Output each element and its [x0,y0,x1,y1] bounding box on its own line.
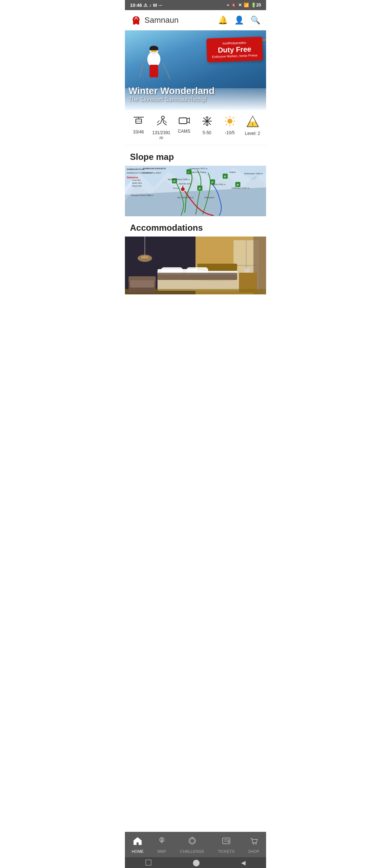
svg-point-10 [161,116,164,119]
status-time: 10:46 [130,3,142,8]
notification-bell-icon[interactable]: 🔔 [218,16,228,25]
slope-map-title: Slope map [125,145,266,166]
svg-text:Plputs 16km: Plputs 16km [132,185,142,187]
svg-text:P: P [224,175,226,178]
stat-cams[interactable]: CAMS [175,116,194,134]
header-icons: 🔔 👤 🔍 [218,16,260,25]
stat-level[interactable]: ! Level: 2 [243,116,262,136]
svg-line-31 [233,117,234,118]
svg-text:!: ! [252,123,253,127]
accommodations-image[interactable] [125,237,266,294]
logo-container: Samnaun [131,15,178,26]
bottom-spacer [125,294,266,327]
svg-text:Modul 14km: Modul 14km [132,182,142,184]
slope-map-section: Slope map P P P [125,145,266,216]
svg-text:P: P [237,183,239,187]
svg-point-53 [181,187,185,191]
svg-text:Alp Trida 2263 m: Alp Trida 2263 m [177,196,194,199]
svg-text:Samnaun: Samnaun [127,176,138,179]
stat-skier[interactable]: 131/2391m [152,116,171,141]
hero-text-block: Winter Wonderland The Skiresort Samnaun/… [129,86,215,103]
app-title: Samnaun [144,16,178,25]
svg-text:Cross: Cross [173,187,179,189]
more-dots-icon: ··· [159,3,163,8]
skier-stat-label: 131/2391m [152,130,170,141]
gondola-icon [133,116,144,127]
sun-icon [224,116,235,128]
music-icon: ♪ [149,3,152,8]
svg-text:Alptrider Sattel 2488 m: Alptrider Sattel 2488 m [168,178,190,180]
user-profile-icon[interactable]: 👤 [234,16,244,25]
svg-text:Alptrider Eck: Alptrider Eck [178,183,191,185]
svg-rect-3 [150,65,158,77]
status-left: 10:46 ⚠ ♪ M ··· [130,3,162,8]
close-icon: ✕ [238,3,242,8]
svg-line-32 [226,124,227,125]
svg-line-4 [139,59,145,77]
stats-row: 33/46 131/2391m CAMS [125,110,266,145]
skier-icon [156,116,167,128]
samnaun-logo-icon [131,15,142,26]
snowflake-stat-label: 5-50 [202,130,211,135]
duty-free-title: Duty Free [212,45,257,54]
cams-stat-label: CAMS [178,129,190,134]
accommodations-title: Accommodations [125,216,266,237]
duty-free-subtitle: Exklusive Marken, beste Preise [212,54,258,59]
svg-text:SAMNAUN PLAN: SAMNAUN PLAN [127,168,144,170]
stat-gondola[interactable]: 33/46 [129,116,148,135]
stat-temp[interactable]: -10/5 [220,116,239,135]
level-stat-label: Level: 2 [245,131,260,136]
svg-text:Idjoch 2760 m: Idjoch 2760 m [212,183,226,186]
alert-icon: ⚠ [143,3,148,8]
svg-text:P: P [199,187,201,190]
svg-line-11 [157,120,159,123]
svg-text:Bollenbach 1840 m: Bollenbach 1840 m [244,173,263,175]
status-bar: 10:46 ⚠ ♪ M ··· ⌁ 🔇 ✕ 📶 🔋20 [125,0,266,10]
svg-text:Flimspitze: Flimspitze [205,196,215,199]
hero-title: Winter Wonderland [129,86,215,96]
gondola-stat-label: 33/46 [133,129,144,135]
svg-text:Ravaischer Salaas: Ravaischer Salaas [188,171,206,173]
battery-icon: 🔋20 [251,3,261,8]
gmail-icon: M [153,3,157,8]
svg-line-29 [226,117,227,118]
svg-rect-13 [179,118,186,124]
camera-icon [178,116,190,127]
wifi-icon: 📶 [244,3,249,8]
svg-text:SAMNAUN RAVAISCH: SAMNAUN RAVAISCH [143,167,166,170]
svg-point-19 [206,120,208,122]
temp-stat-label: -10/5 [225,130,235,135]
mute-icon: 🔇 [231,3,236,8]
svg-line-12 [164,120,167,123]
slope-map-image[interactable]: P P P P P P SAMNAUN PLAN SAMNAUN RAVAISC… [125,166,266,216]
svg-point-24 [227,119,232,124]
svg-text:Hollboden 2141 m: Hollboden 2141 m [232,187,249,189]
hero-banner[interactable]: #zollfreiparadies Duty Free Exklusive Ma… [125,30,266,110]
svg-text:Hölikar: Hölikar [229,171,236,173]
svg-text:Munada Chierss 2888 m: Munada Chierss 2888 m [131,194,153,196]
hero-subtitle: The Skiresort Samnaun/Ischgl [129,96,215,103]
svg-text:SAMNAUN LARET: SAMNAUN LARET [143,172,161,174]
snowflake-icon [202,116,213,128]
slope-map-svg: P P P P P P SAMNAUN PLAN SAMNAUN RAVAISC… [125,166,266,216]
stat-snowflake[interactable]: 5-50 [198,116,216,135]
warning-level-icon: ! [247,116,259,129]
svg-text:Swiss 5km: Swiss 5km [132,179,141,181]
hotel-room-svg [125,237,266,294]
svg-rect-77 [141,256,148,258]
status-right: ⌁ 🔇 ✕ 📶 🔋20 [227,3,261,8]
search-icon[interactable]: 🔍 [251,16,260,25]
svg-text:Greitspitze 2872 m: Greitspitze 2872 m [189,167,207,170]
svg-line-5 [163,63,170,79]
app-header: Samnaun 🔔 👤 🔍 [125,10,266,30]
bluetooth-icon: ⌁ [227,3,229,8]
svg-line-30 [233,124,234,125]
duty-free-tag: #zollfreiparadies Duty Free Exklusive Ma… [206,37,263,62]
svg-rect-90 [244,268,250,273]
accommodations-section: Accommodations [125,216,266,294]
svg-rect-94 [130,280,154,288]
svg-rect-88 [157,273,237,280]
